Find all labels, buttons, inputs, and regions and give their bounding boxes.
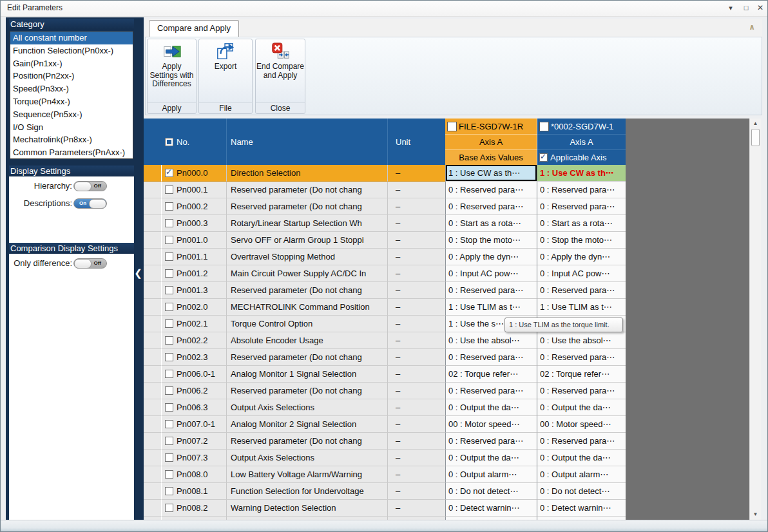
file-value-cell[interactable]: 0 : Start as a rota⋯	[445, 215, 537, 232]
row-checkbox[interactable]	[165, 420, 173, 428]
row-checkbox[interactable]	[165, 353, 173, 361]
drive-value-cell[interactable]: 1 : Use TLIM as t⋯	[537, 299, 626, 316]
param-unit-cell[interactable]: –	[387, 198, 445, 215]
param-no-cell[interactable]: Pn001.3	[162, 282, 226, 299]
row-checkbox[interactable]	[165, 403, 173, 412]
param-unit-cell[interactable]: –	[387, 299, 445, 316]
row-checkbox[interactable]	[165, 336, 173, 345]
param-name-cell[interactable]: Overtravel Stopping Method	[226, 249, 387, 265]
hierarchy-toggle[interactable]: Off	[73, 181, 107, 191]
drive-value-cell[interactable]: 0 : Start as a rota⋯	[537, 215, 626, 232]
file-value-cell[interactable]: 0 : Reserved para⋯	[445, 182, 537, 198]
param-name-cell[interactable]: Analog Monitor 1 Signal Selection	[226, 366, 387, 383]
param-name-cell[interactable]: Servo OFF or Alarm Group 1 Stoppi	[226, 232, 387, 249]
row-checkbox[interactable]	[165, 437, 173, 445]
file-value-cell[interactable]: 0 : Output the da⋯	[445, 450, 537, 466]
param-no-cell[interactable]: Pn000.1	[162, 182, 226, 198]
param-no-cell[interactable]: Pn007.2	[162, 433, 226, 450]
param-unit-cell[interactable]: –	[387, 349, 445, 366]
file-value-cell[interactable]: 0 : Detect warnin⋯	[445, 500, 537, 517]
param-unit-cell[interactable]: –	[387, 416, 445, 433]
param-name-cell[interactable]: Rotary/Linear Startup Selection Wh	[226, 215, 387, 232]
file-value-cell[interactable]: 0 : Reserved para⋯	[445, 282, 537, 299]
row-checkbox[interactable]	[165, 286, 173, 294]
export-button[interactable]: Export	[199, 39, 252, 102]
row-checkbox[interactable]	[165, 252, 173, 261]
param-no-cell[interactable]: Pn006.0-1	[162, 366, 226, 383]
drive-value-cell[interactable]: 0 : Do not detect⋯	[537, 483, 626, 500]
file-value-cell[interactable]: 0 : Reserved para⋯	[445, 349, 537, 366]
param-no-cell[interactable]: Pn002.0	[162, 299, 226, 316]
param-name-cell[interactable]: Low Battery Voltage Alarm/Warning	[226, 466, 387, 483]
file-value-cell[interactable]: 0 : Reserved para⋯	[445, 383, 537, 399]
drive-value-cell[interactable]: 00 : Motor speed⋯	[537, 416, 626, 433]
param-unit-cell[interactable]: –	[387, 450, 445, 466]
sidebar-category-item[interactable]: Speed(Pn3xx-)	[10, 82, 133, 95]
param-name-cell[interactable]: Output Axis Selections	[226, 399, 387, 416]
row-checkbox[interactable]	[165, 453, 173, 462]
param-no-cell[interactable]: Pn001.1	[162, 249, 226, 265]
file-source-title[interactable]: FILE-SGD7W-1R	[445, 119, 537, 134]
param-no-cell[interactable]: Pn006.2	[162, 383, 226, 399]
scroll-up-icon[interactable]: ▲	[750, 119, 761, 128]
row-checkbox[interactable]	[165, 185, 173, 194]
drive-value-cell[interactable]: 0 : Reserved para⋯	[537, 182, 626, 198]
sidebar-category-item[interactable]: Torque(Pn4xx-)	[10, 95, 133, 108]
param-no-cell[interactable]: Pn002.3	[162, 349, 226, 366]
tab-compare-and-apply[interactable]: Compare and Apply	[149, 20, 239, 37]
param-unit-cell[interactable]: –	[387, 483, 445, 500]
param-name-cell[interactable]: Absolute Encoder Usage	[226, 332, 387, 349]
row-checkbox[interactable]	[165, 504, 173, 512]
param-unit-cell[interactable]: –	[387, 399, 445, 416]
file-value-cell[interactable]: 0 : Reserved para⋯	[445, 433, 537, 450]
sidebar-category-item[interactable]: Common Parameters(PnAxx-)	[10, 146, 133, 159]
param-name-cell[interactable]: Reserved parameter (Do not chang	[226, 433, 387, 450]
scrollbar-thumb[interactable]	[751, 129, 760, 146]
file-value-cell[interactable]: 0 : Do not detect⋯	[445, 483, 537, 500]
param-no-cell[interactable]: Pn002.1	[162, 316, 226, 332]
row-checkbox[interactable]	[165, 487, 173, 495]
param-no-cell[interactable]: Pn007.3	[162, 450, 226, 466]
close-icon[interactable]: ✕	[754, 3, 766, 13]
param-unit-cell[interactable]: –	[387, 332, 445, 349]
drive-value-cell[interactable]: 0 : Input AC pow⋯	[537, 265, 626, 282]
drive-value-cell[interactable]: 0 : Reserved para⋯	[537, 433, 626, 450]
file-value-cell[interactable]: 0 : Use the absol⋯	[445, 332, 537, 349]
sidebar-category-item[interactable]: Sequence(Pn5xx-)	[10, 108, 133, 121]
row-checkbox[interactable]	[165, 202, 173, 211]
param-no-cell[interactable]: Pn001.2	[162, 265, 226, 282]
drive-value-cell[interactable]: 0 : Reserved para⋯	[537, 383, 626, 399]
param-unit-cell[interactable]: –	[387, 265, 445, 282]
file-value-cell[interactable]: 0 : Output the da⋯	[445, 399, 537, 416]
drive-value-cell[interactable]: 0 : Output alarm⋯	[537, 466, 626, 483]
sidebar-category-item[interactable]: I/O Sign	[10, 121, 133, 134]
file-value-cell[interactable]: 0 : Input AC pow⋯	[445, 265, 537, 282]
param-unit-cell[interactable]: –	[387, 500, 445, 517]
param-no-cell[interactable]: Pn007.0-1	[162, 416, 226, 433]
param-name-cell[interactable]: Main Circuit Power Supply AC/DC In	[226, 265, 387, 282]
param-name-cell[interactable]: Reserved parameter (Do not chang	[226, 182, 387, 198]
drive-value-cell[interactable]: 0 : Output the da⋯	[537, 450, 626, 466]
drive-value-cell[interactable]: 0 : Detect warnin⋯	[537, 500, 626, 517]
param-unit-cell[interactable]: –	[387, 232, 445, 249]
file-value-cell[interactable]: 00 : Motor speed⋯	[445, 416, 537, 433]
row-checkbox[interactable]	[165, 470, 173, 479]
ribbon-collapse-icon[interactable]: ∧	[744, 23, 760, 33]
param-name-cell[interactable]: Reserved parameter (Do not chang	[226, 198, 387, 215]
param-name-cell[interactable]: Analog Monitor 2 Signal Selection	[226, 416, 387, 433]
apply-settings-with-differences-button[interactable]: Apply Settings with Differences	[148, 39, 196, 102]
param-no-cell[interactable]: Pn008.1	[162, 483, 226, 500]
param-no-cell[interactable]: Pn000.0	[162, 165, 226, 182]
row-checkbox[interactable]	[165, 219, 173, 227]
row-checkbox[interactable]	[165, 236, 173, 244]
scroll-down-icon[interactable]: ▼	[750, 510, 761, 519]
param-name-cell[interactable]: Torque Control Option	[226, 316, 387, 332]
param-name-cell[interactable]: Reserved parameter (Do not chang	[226, 383, 387, 399]
drive-value-cell[interactable]: 02 : Torque refer⋯	[537, 366, 626, 383]
param-unit-cell[interactable]: –	[387, 282, 445, 299]
drive-source-title[interactable]: *0002-SGD7W-1	[537, 119, 626, 134]
select-all-checkbox[interactable]	[165, 138, 173, 146]
param-unit-cell[interactable]: –	[387, 366, 445, 383]
param-no-cell[interactable]: Pn008.0	[162, 466, 226, 483]
file-value-cell[interactable]: 0 : Apply the dyn⋯	[445, 249, 537, 265]
